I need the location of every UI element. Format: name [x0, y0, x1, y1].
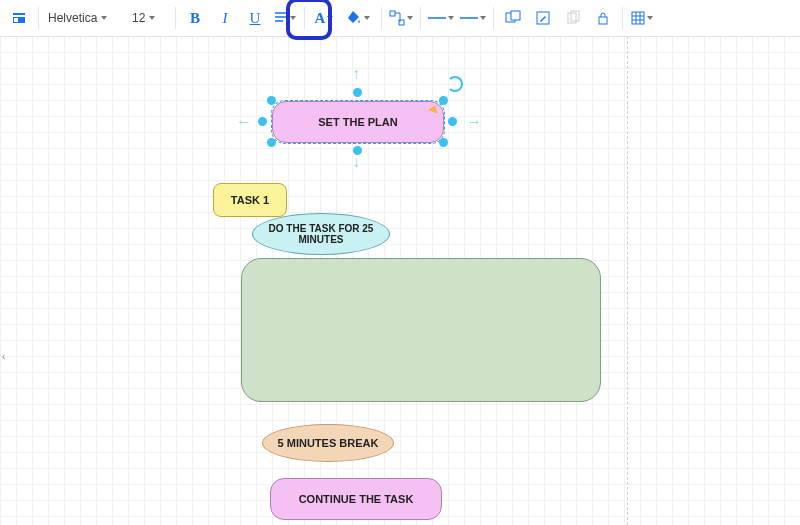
- shape-task1[interactable]: TASK 1: [213, 183, 287, 217]
- resize-handle[interactable]: [267, 96, 276, 105]
- copy-style-icon: [565, 10, 581, 26]
- bold-button[interactable]: B: [180, 4, 210, 32]
- font-color-icon: A: [315, 10, 326, 27]
- svg-rect-5: [511, 11, 520, 20]
- separator: [175, 7, 176, 29]
- shape-label: CONTINUE THE TASK: [299, 493, 414, 505]
- connect-arrow[interactable]: ←: [236, 114, 252, 130]
- lock-button[interactable]: [588, 4, 618, 32]
- connect-arrow[interactable]: ↓: [352, 154, 360, 170]
- connect-arrow[interactable]: ↑: [352, 66, 360, 82]
- waypoints-icon: [389, 10, 405, 26]
- arrange-button[interactable]: [498, 4, 528, 32]
- separator: [622, 7, 623, 29]
- shape-set-plan[interactable]: SET THE PLAN: [272, 101, 444, 143]
- copy-style-button[interactable]: [558, 4, 588, 32]
- arrange-icon: [505, 10, 521, 26]
- lock-icon: [596, 11, 610, 25]
- font-family-dropdown[interactable]: Helvetica: [43, 5, 127, 31]
- chevron-down-icon: [327, 16, 333, 20]
- shape-do-task[interactable]: DO THE TASK FOR 25 MINUTES: [252, 213, 390, 255]
- italic-button[interactable]: I: [210, 4, 240, 32]
- italic-icon: I: [223, 10, 228, 27]
- shape-big-green[interactable]: [241, 258, 601, 402]
- table-icon: [631, 11, 645, 25]
- line-style-button[interactable]: [425, 4, 457, 32]
- chevron-down-icon: [149, 16, 155, 20]
- collapse-sidebar-button[interactable]: ‹: [2, 351, 5, 362]
- underline-button[interactable]: U: [240, 4, 270, 32]
- resize-handle[interactable]: [439, 138, 448, 147]
- panel-icon: [11, 10, 27, 26]
- chevron-down-icon: [647, 16, 653, 20]
- waypoints-button[interactable]: [386, 4, 416, 32]
- separator: [493, 7, 494, 29]
- chevron-down-icon: [448, 16, 454, 20]
- align-icon: [274, 11, 288, 25]
- diagram-canvas[interactable]: ‹ SET THE PLAN ↑ ↓ ← → TASK 1 DO THE TAS…: [0, 36, 800, 525]
- connect-arrow[interactable]: →: [466, 114, 482, 130]
- separator: [38, 7, 39, 29]
- shape-break[interactable]: 5 MINUTES BREAK: [262, 424, 394, 462]
- text-align-button[interactable]: [270, 4, 300, 32]
- separator: [304, 7, 305, 29]
- line-icon: [428, 15, 446, 21]
- resize-handle[interactable]: [258, 117, 267, 126]
- rotate-handle[interactable]: [447, 76, 463, 92]
- table-button[interactable]: [627, 4, 657, 32]
- chevron-down-icon: [407, 16, 413, 20]
- font-color-button[interactable]: A: [309, 4, 339, 32]
- chevron-down-icon: [290, 16, 296, 20]
- chevron-down-icon: [101, 16, 107, 20]
- svg-rect-0: [390, 11, 395, 16]
- separator: [381, 7, 382, 29]
- page-guide: [627, 36, 628, 525]
- bold-icon: B: [190, 10, 200, 27]
- chevron-down-icon: [364, 16, 370, 20]
- font-size-dropdown[interactable]: 12: [127, 5, 171, 31]
- format-toolbar: Helvetica 12 B I U A: [0, 0, 800, 37]
- edit-icon: [535, 10, 551, 26]
- shape-label: 5 MINUTES BREAK: [278, 437, 379, 449]
- font-size-value: 12: [132, 11, 145, 25]
- paint-bucket-icon: [346, 10, 362, 26]
- fill-color-button[interactable]: [339, 4, 377, 32]
- shape-label: SET THE PLAN: [318, 116, 397, 128]
- resize-handle[interactable]: [353, 88, 362, 97]
- shape-label: TASK 1: [231, 194, 269, 206]
- svg-rect-10: [632, 12, 644, 24]
- resize-handle[interactable]: [267, 138, 276, 147]
- chevron-down-icon: [480, 16, 486, 20]
- resize-handle[interactable]: [439, 96, 448, 105]
- separator: [420, 7, 421, 29]
- edit-style-button[interactable]: [528, 4, 558, 32]
- resize-handle[interactable]: [448, 117, 457, 126]
- connection-icon: [460, 15, 478, 21]
- font-family-value: Helvetica: [48, 11, 97, 25]
- shape-flag-icon: [428, 104, 440, 114]
- shape-label: DO THE TASK FOR 25 MINUTES: [253, 223, 389, 245]
- svg-rect-9: [599, 17, 607, 24]
- connection-style-button[interactable]: [457, 4, 489, 32]
- underline-icon: U: [250, 10, 261, 27]
- toggle-panel-button[interactable]: [4, 4, 34, 32]
- shape-continue[interactable]: CONTINUE THE TASK: [270, 478, 442, 520]
